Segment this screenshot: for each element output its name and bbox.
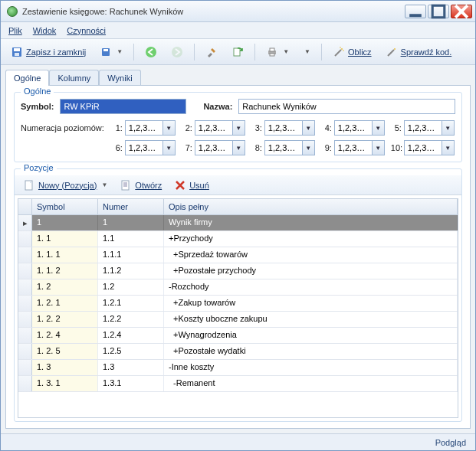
window-title: Zestawienie księgowe: Rachunek Wyników xyxy=(22,7,400,16)
symbol-input[interactable] xyxy=(60,99,186,114)
open-position-button[interactable]: Otwórz xyxy=(114,176,167,194)
delete-position-label: Usuń xyxy=(189,181,209,190)
new-doc-icon xyxy=(23,179,35,191)
svg-point-10 xyxy=(172,47,182,57)
level-combo[interactable]: 1,2,3…▼ xyxy=(264,120,315,136)
refresh-icon xyxy=(231,46,244,58)
level-combo[interactable]: 1,2,3…▼ xyxy=(264,140,315,155)
tools-button[interactable] xyxy=(200,43,223,61)
new-position-label: Nowy (Pozycja) xyxy=(38,181,97,190)
table-row[interactable]: 1. 2. 11.2.1 +Zakup towarów xyxy=(18,296,458,312)
svg-point-9 xyxy=(146,47,156,57)
cell-opis: +Przychody xyxy=(164,231,458,247)
grid-header-numer[interactable]: Numer xyxy=(98,199,164,214)
row-marker xyxy=(18,279,32,295)
tab-ogolne[interactable]: Ogólne xyxy=(5,70,49,86)
forward-button[interactable] xyxy=(166,43,189,61)
back-icon xyxy=(145,46,157,58)
table-row[interactable]: 1. 1. 21.1.2 +Pozostałe przychody xyxy=(18,263,458,279)
close-button[interactable] xyxy=(451,5,472,18)
save-button[interactable]: ▼ xyxy=(94,43,128,61)
level-label: 10: xyxy=(391,143,402,152)
row-marker xyxy=(18,312,32,327)
level-combo[interactable]: 1,2,3…▼ xyxy=(404,120,455,136)
menu-item-czynnosci[interactable]: Czynności xyxy=(67,26,106,35)
cell-opis: +Sprzedaż towarów xyxy=(164,247,458,263)
check-code-button[interactable]: Sprawdź kod. xyxy=(380,43,458,61)
tools-icon xyxy=(205,46,218,58)
table-row[interactable]: 1. 3. 11.3.1 -Remanent xyxy=(18,376,458,392)
table-row[interactable]: 1. 21.2-Rozchody xyxy=(18,279,458,296)
back-button[interactable] xyxy=(140,43,162,61)
menu-item-plik[interactable]: Plik xyxy=(8,26,22,35)
chevron-down-icon[interactable]: ▼ xyxy=(232,121,245,135)
chevron-down-icon[interactable]: ▼ xyxy=(442,141,454,155)
table-row[interactable]: 1. 1. 11.1.1 +Sprzedaż towarów xyxy=(18,247,458,263)
disk-icon xyxy=(11,46,23,58)
tabs: Ogólne Kolumny Wyniki xyxy=(5,70,471,86)
menu-item-widok[interactable]: Widok xyxy=(33,26,57,35)
table-row[interactable]: 1. 2. 21.2.2 +Koszty uboczne zakupu xyxy=(18,312,458,328)
delete-position-button[interactable]: Usuń xyxy=(169,176,215,194)
table-row[interactable]: 1. 11.1+Przychody xyxy=(18,231,458,247)
tab-kolumny[interactable]: Kolumny xyxy=(49,70,99,86)
window: Zestawienie księgowe: Rachunek Wyników P… xyxy=(0,0,476,451)
symbol-label: Symbol: xyxy=(21,102,54,111)
save-close-button[interactable]: Zapisz i zamknij xyxy=(5,43,91,61)
level-combo[interactable]: 1,2,3…▼ xyxy=(195,120,245,136)
svg-line-19 xyxy=(388,50,394,56)
statusbar-right[interactable]: Podgląd xyxy=(435,438,466,447)
table-row[interactable]: 1. 31.3-Inne koszty xyxy=(18,360,458,376)
cell-opis: +Koszty uboczne zakupu xyxy=(164,312,458,327)
level-combo[interactable]: 1,2,3…▼ xyxy=(195,140,245,155)
cell-numer: 1.2 xyxy=(98,279,164,295)
minimize-button[interactable] xyxy=(405,5,426,18)
chevron-down-icon[interactable]: ▼ xyxy=(302,141,314,155)
svg-point-20 xyxy=(394,48,396,50)
print-icon xyxy=(266,46,278,58)
refresh-button[interactable] xyxy=(226,43,249,61)
grid-header-opis[interactable]: Opis pełny xyxy=(164,199,458,214)
level-combo[interactable]: 1,2,3…▼ xyxy=(125,120,176,136)
grid-body[interactable]: ▸11Wynik firmy1. 11.1+Przychody1. 1. 11.… xyxy=(18,215,458,417)
save-close-label: Zapisz i zamknij xyxy=(26,47,86,57)
row-marker xyxy=(18,263,32,279)
tab-panel-ogolne: Ogólne Symbol: Nazwa: Numeracja poziomów… xyxy=(5,85,471,429)
grid-header: Symbol Numer Opis pełny xyxy=(18,199,458,215)
new-position-button[interactable]: Nowy (Pozycja) ▼ xyxy=(18,176,113,194)
maximize-button[interactable] xyxy=(428,5,449,18)
level-combo[interactable]: 1,2,3…▼ xyxy=(334,140,385,155)
combo-value: 1,2,3… xyxy=(126,123,162,132)
grid-header-symbol[interactable]: Symbol xyxy=(32,199,98,214)
chevron-down-icon[interactable]: ▼ xyxy=(372,121,384,135)
name-label: Nazwa: xyxy=(203,102,232,111)
combo-value: 1,2,3… xyxy=(126,143,162,152)
chevron-down-icon[interactable]: ▼ xyxy=(162,121,175,135)
table-row[interactable]: ▸11Wynik firmy xyxy=(18,215,458,231)
forward-icon xyxy=(171,46,183,58)
cell-symbol: 1. 1. 2 xyxy=(32,263,98,279)
extra-button[interactable]: ▼ xyxy=(297,43,316,61)
statusbar: Podgląd xyxy=(1,433,475,450)
calc-button[interactable]: Oblicz xyxy=(327,43,377,61)
chevron-down-icon[interactable]: ▼ xyxy=(372,141,384,155)
row-marker xyxy=(18,296,32,311)
chevron-down-icon[interactable]: ▼ xyxy=(442,121,454,135)
print-button[interactable]: ▼ xyxy=(261,43,294,61)
chevron-down-icon[interactable]: ▼ xyxy=(232,141,245,155)
tab-wyniki[interactable]: Wyniki xyxy=(99,70,140,86)
svg-rect-1 xyxy=(432,5,445,18)
cell-numer: 1 xyxy=(98,215,164,230)
chevron-down-icon[interactable]: ▼ xyxy=(162,141,175,155)
cell-opis: +Zakup towarów xyxy=(164,296,458,311)
window-buttons xyxy=(405,5,472,18)
level-combo[interactable]: 1,2,3…▼ xyxy=(334,120,385,136)
name-input[interactable] xyxy=(238,99,455,114)
table-row[interactable]: 1. 2. 41.2.4 +Wynagrodzenia xyxy=(18,328,458,344)
combo-value: 1,2,3… xyxy=(335,123,372,132)
combo-value: 1,2,3… xyxy=(265,143,302,152)
chevron-down-icon[interactable]: ▼ xyxy=(302,121,314,135)
level-combo[interactable]: 1,2,3…▼ xyxy=(125,140,176,155)
table-row[interactable]: 1. 2. 51.2.5 +Pozostałe wydatki xyxy=(18,344,458,360)
level-combo[interactable]: 1,2,3…▼ xyxy=(404,140,455,155)
